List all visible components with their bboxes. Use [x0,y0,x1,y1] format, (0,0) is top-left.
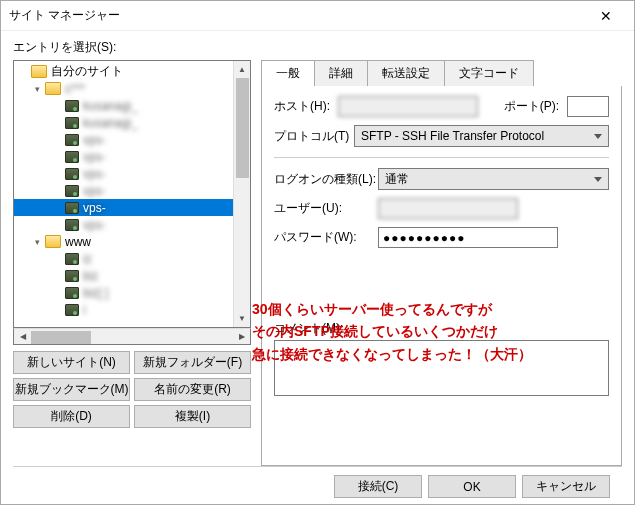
logon-type-label: ログオンの種類(L): [274,171,370,188]
tree-node[interactable]: kusanagi_ [14,114,250,131]
scroll-right-icon[interactable]: ▶ [233,329,250,344]
tree-node[interactable]: vps- [14,182,250,199]
tree-node-label: biz [83,269,98,283]
server-icon [65,151,79,163]
close-button[interactable]: ✕ [586,2,626,30]
server-icon [65,219,79,231]
site-tree[interactable]: 自分のサイト▾c***kusanagi_kusanagi_vps-vps-vps… [13,60,251,328]
server-icon [65,100,79,112]
tree-node-label: 自分のサイト [51,63,123,80]
chevron-down-icon[interactable]: ▾ [32,236,43,247]
delete-button[interactable]: 削除(D) [13,405,130,428]
server-icon [65,270,79,282]
server-icon [65,304,79,316]
scroll-thumb-v[interactable] [236,78,249,178]
user-input[interactable] [378,198,518,219]
tree-node-label: vps- [83,201,106,215]
port-input[interactable] [567,96,609,117]
server-icon [65,202,79,214]
tree-node-label: vps- [83,167,106,181]
folder-icon [31,65,47,78]
user-label: ユーザー(U): [274,200,370,217]
protocol-label: プロトコル(T) [274,128,346,145]
tree-node-label: www [65,235,91,249]
scroll-left-icon[interactable]: ◀ [14,329,31,344]
rename-button[interactable]: 名前の変更(R) [134,378,251,401]
new-folder-button[interactable]: 新規フォルダー(F) [134,351,251,374]
chevron-down-icon[interactable]: ▾ [32,83,43,94]
tree-node[interactable]: vps- [14,199,250,216]
tree-node[interactable]: vps- [14,131,250,148]
duplicate-button[interactable]: 複製(I) [134,405,251,428]
tree-node[interactable]: kusanagi_ [14,97,250,114]
select-entry-label: エントリを選択(S): [13,39,622,56]
tab-transfer[interactable]: 転送設定 [367,60,445,87]
port-label: ポート(P): [504,98,559,115]
tree-node-label: kusanagi_ [83,116,138,130]
comment-label: コメント(M): [274,320,609,337]
tree-node-label: biz[ ] [83,286,108,300]
protocol-select[interactable]: SFTP - SSH File Transfer Protocol [354,125,609,147]
tree-node-label: vps- [83,184,106,198]
tree-node[interactable]: vps- [14,148,250,165]
tree-node-label: i [83,303,86,317]
cancel-button[interactable]: キャンセル [522,475,610,498]
protocol-value: SFTP - SSH File Transfer Protocol [361,129,544,143]
server-icon [65,168,79,180]
scroll-thumb-h[interactable] [31,331,91,344]
folder-icon [45,82,61,95]
tree-node[interactable]: biz [14,267,250,284]
tree-node[interactable]: ▾c*** [14,80,250,97]
new-bookmark-button[interactable]: 新規ブックマーク(M) [13,378,130,401]
folder-icon [45,235,61,248]
server-icon [65,185,79,197]
tree-node[interactable]: iz [14,250,250,267]
tree-node[interactable]: biz[ ] [14,284,250,301]
window-title: サイト マネージャー [9,7,586,24]
dialog-footer: 接続(C) OK キャンセル [13,466,622,505]
tab-charset[interactable]: 文字コード [444,60,534,87]
tree-node-label: vps- [83,150,106,164]
tree-node-label: vps- [83,133,106,147]
server-icon [65,117,79,129]
tree-node[interactable]: 自分のサイト [14,63,250,80]
scroll-down-icon[interactable]: ▼ [234,310,250,327]
comment-textarea[interactable] [274,340,609,396]
tree-node-label: vps- [83,218,106,232]
tree-node-label: kusanagi_ [83,99,138,113]
titlebar: サイト マネージャー ✕ [1,1,634,31]
server-icon [65,134,79,146]
tree-scrollbar-vertical[interactable]: ▲ ▼ [233,61,250,327]
tab-advanced[interactable]: 詳細 [314,60,368,87]
server-icon [65,253,79,265]
tree-node-label: iz [83,252,92,266]
host-label: ホスト(H): [274,98,330,115]
new-site-button[interactable]: 新しいサイト(N) [13,351,130,374]
logon-type-select[interactable]: 通常 [378,168,609,190]
tree-node-label: c*** [65,82,85,96]
ok-button[interactable]: OK [428,475,516,498]
tabs: 一般 詳細 転送設定 文字コード [261,60,622,87]
tree-node[interactable]: ▾www [14,233,250,250]
logon-type-value: 通常 [385,171,409,188]
tree-node[interactable]: vps- [14,216,250,233]
password-label: パスワード(W): [274,229,370,246]
tree-node[interactable]: vps- [14,165,250,182]
scroll-up-icon[interactable]: ▲ [234,61,250,78]
host-input[interactable] [338,96,478,117]
tree-node[interactable]: i [14,301,250,318]
server-icon [65,287,79,299]
site-manager-window: サイト マネージャー ✕ エントリを選択(S): 自分のサイト▾c***kusa… [0,0,635,505]
tree-scrollbar-horizontal[interactable]: ◀ ▶ [13,328,251,345]
connect-button[interactable]: 接続(C) [334,475,422,498]
password-input[interactable]: ●●●●●●●●●● [378,227,558,248]
tab-general[interactable]: 一般 [261,60,315,87]
